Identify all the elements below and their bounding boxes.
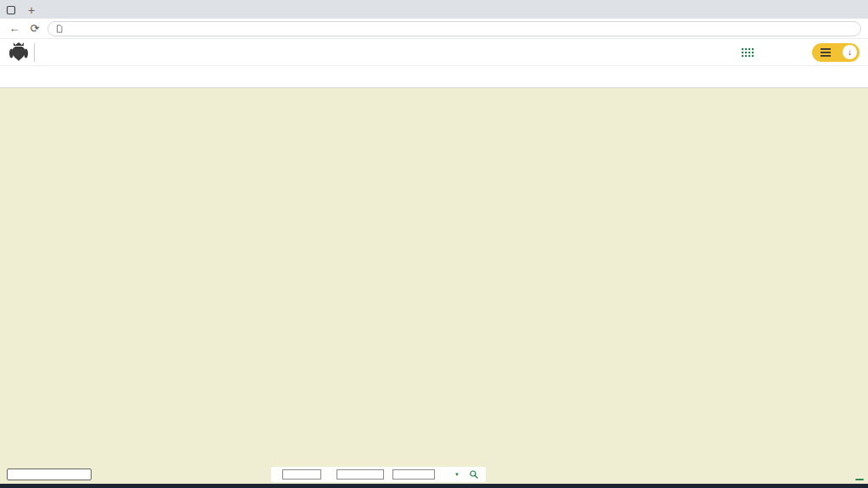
map-status-bar: ▼ [271,467,486,482]
app-header: ↓ [0,39,868,66]
browser-window: + ← ⟳ [0,0,868,488]
scale-input[interactable] [282,469,321,480]
browser-navbar: ← ⟳ [0,19,868,39]
coat-of-arms-icon [8,42,29,64]
download-objects-button[interactable]: ↓ [843,45,857,59]
back-icon[interactable]: ← [7,22,22,35]
main-menu: ↓ [741,43,860,62]
cadastral-map[interactable] [0,88,868,488]
refresh-icon[interactable]: ⟳ [27,22,42,35]
coordinate-search-icon[interactable] [469,469,479,480]
y-coordinate-input[interactable] [392,469,435,480]
osm-attribution [855,479,864,480]
map-canvas[interactable]: ▼ [0,88,868,488]
scale-bar [7,469,92,480]
workspaces-icon[interactable] [0,2,22,19]
apps-grid-icon[interactable] [741,47,754,58]
agency-logo-block [8,42,40,64]
browser-tab-strip: + [0,0,868,19]
logo-divider [34,43,35,62]
hamburger-icon [821,48,831,57]
x-coordinate-input[interactable] [337,469,384,480]
address-bar[interactable] [47,21,861,36]
chevron-down-icon[interactable]: ▼ [454,472,459,477]
objects-button[interactable]: ↓ [812,43,860,62]
bottom-edge-strip [0,484,868,488]
map-toolbar [0,66,868,88]
new-tab-button[interactable]: + [22,2,41,19]
page-icon [55,25,64,33]
